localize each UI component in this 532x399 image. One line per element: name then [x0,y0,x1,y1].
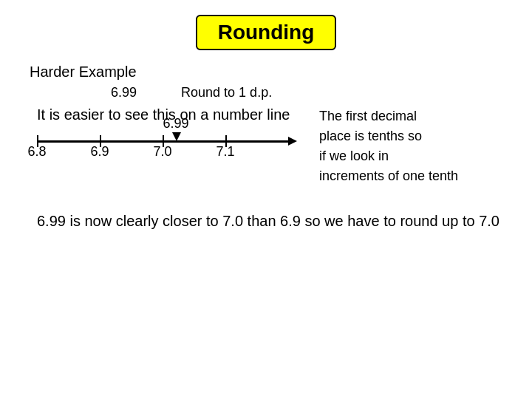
tick-7-0: 7.0 [163,135,164,147]
conclusion-text: 6.99 is now clearly closer to 7.0 than 6… [37,213,499,229]
conclusion: 6.99 is now clearly closer to 7.0 than 6… [37,213,502,230]
tick-label-6-9: 6.9 [90,144,109,160]
title-container: Rounding [30,15,502,50]
number-line-wrapper: 6.99 6.8 6.9 7. [37,137,297,146]
title-box: Rounding [196,15,337,50]
nl-line: 6.8 6.9 7.0 7.1 [37,140,288,143]
side-note-line2: place is tenths so [319,126,458,146]
tick-label-7-1: 7.1 [216,144,234,160]
tick-label-6-8: 6.8 [27,144,46,160]
number-line: 6.8 6.9 7.0 7.1 [37,137,297,146]
problem-line: 6.99 Round to 1 d.p. [44,85,502,100]
tick-7-1: 7.1 [225,135,227,147]
problem-number: 6.99 [111,85,137,100]
nl-right-arrow [288,137,297,146]
tick-6-9: 6.9 [100,135,101,147]
number-line-section: It is easier to see this on a number lin… [37,106,502,186]
number-line-left: It is easier to see this on a number lin… [37,106,297,146]
side-note-line4: increments of one tenth [319,166,458,186]
tick-label-7-0: 7.0 [153,144,171,160]
side-note-line3: if we look in [319,146,458,166]
side-note: The first decimal place is tenths so if … [319,106,458,186]
page: Rounding Harder Example 6.99 Round to 1 … [0,0,532,399]
harder-example-label: Harder Example [30,64,137,80]
tick-6-8: 6.8 [37,135,38,147]
arrow-label: 6.99 [154,116,198,132]
side-note-line1: The first decimal [319,106,458,126]
problem-instruction: Round to 1 d.p. [181,85,272,100]
harder-example: Harder Example [30,64,502,81]
title-text: Rounding [218,21,315,44]
